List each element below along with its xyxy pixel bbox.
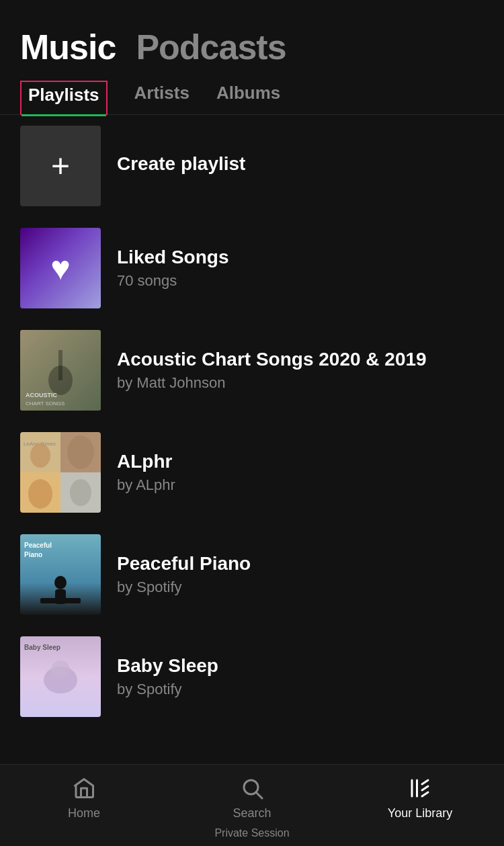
music-tab-header[interactable]: Music [20,27,116,67]
library-icon [406,774,434,802]
create-playlist-item[interactable]: + Create playlist [0,115,504,217]
alphr-art-4 [60,472,101,513]
baby-sleep-info: Baby Sleep by Spotify [117,655,484,698]
svg-rect-20 [40,598,81,603]
library-label: Your Library [388,806,452,820]
tab-albums[interactable]: Albums [216,83,280,113]
baby-sleep-sub: by Spotify [117,681,484,698]
baby-art-icon: Baby Sleep [20,636,101,717]
peaceful-info: Peaceful Piano by Spotify [117,553,484,596]
svg-line-26 [257,793,262,798]
svg-line-29 [422,780,428,784]
search-label: Search [233,806,271,820]
alphr-art-3 [20,472,60,513]
tab-playlists[interactable]: Playlists [20,81,108,115]
create-playlist-name: Create playlist [117,153,484,175]
alphr-item[interactable]: LeAnn Rimes ALphr by ALphr [0,421,504,523]
liked-songs-name: Liked Songs [117,247,484,268]
create-playlist-thumb: + [20,126,101,206]
heart-icon: ♥ [50,249,71,288]
home-icon [70,774,98,802]
svg-text:Peaceful: Peaceful [24,542,52,549]
alphr-sub: by ALphr [117,476,484,494]
baby-sleep-item[interactable]: Baby Sleep Baby Sleep by Spotify [0,626,504,728]
svg-point-24 [51,661,70,679]
podcasts-tab-header[interactable]: Podcasts [136,27,286,67]
tab-artists[interactable]: Artists [134,83,190,113]
svg-line-31 [422,792,428,796]
playlist-list: + Create playlist ♥ Liked Songs 70 songs [0,115,504,808]
svg-text:CHART SONGS: CHART SONGS [26,400,65,407]
acoustic-info: Acoustic Chart Songs 2020 & 2019 by Matt… [117,349,484,392]
acoustic-name: Acoustic Chart Songs 2020 & 2019 [117,349,484,370]
peaceful-sub: by Spotify [117,579,484,596]
nav-items: Home Search Your Library [0,765,504,824]
svg-text:Piano: Piano [24,551,42,558]
svg-text:Baby Sleep: Baby Sleep [24,644,60,651]
nav-library[interactable]: Your Library [366,774,474,820]
svg-point-18 [54,576,67,589]
peaceful-art-icon: Peaceful Piano [20,534,101,615]
liked-songs-info: Liked Songs 70 songs [117,247,484,290]
create-playlist-info: Create playlist [117,153,484,179]
peaceful-thumb: Peaceful Piano [20,534,101,615]
svg-line-30 [422,786,428,790]
acoustic-thumb-img: ACOUSTIC CHART SONGS [20,330,101,411]
alphr-art-1: LeAnn Rimes [20,432,60,472]
alphr-name: ALphr [117,451,484,472]
alphr-info: ALphr by ALphr [117,451,484,494]
svg-point-10 [67,435,94,469]
baby-sleep-name: Baby Sleep [117,655,484,677]
private-session-label: Private Session [0,824,504,846]
svg-point-14 [70,479,91,506]
liked-songs-sub: 70 songs [117,272,484,290]
svg-point-12 [28,479,52,509]
header: Music Podcasts [0,0,504,74]
svg-rect-3 [58,350,62,380]
nav-home[interactable]: Home [30,774,138,820]
alphr-grid-art: LeAnn Rimes [20,432,101,513]
peaceful-name: Peaceful Piano [117,553,484,575]
search-icon [238,774,266,802]
peaceful-piano-item[interactable]: Peaceful Piano Peaceful Piano by Spotify [0,523,504,626]
library-tabs: Playlists Artists Albums [0,74,504,115]
alphr-thumb: LeAnn Rimes [20,432,101,513]
acoustic-item[interactable]: ACOUSTIC CHART SONGS Acoustic Chart Song… [0,319,504,421]
alphr-art-2 [60,432,101,472]
acoustic-art-icon: ACOUSTIC CHART SONGS [20,330,101,411]
liked-songs-item[interactable]: ♥ Liked Songs 70 songs [0,217,504,319]
svg-text:ACOUSTIC: ACOUSTIC [26,392,58,398]
bottom-nav: Home Search Your Library [0,764,504,846]
liked-songs-thumb: ♥ [20,228,101,308]
acoustic-thumb: ACOUSTIC CHART SONGS [20,330,101,411]
home-label: Home [68,806,100,820]
plus-icon: + [51,150,70,182]
baby-thumb: Baby Sleep [20,636,101,717]
svg-point-8 [30,443,50,468]
acoustic-sub: by Matt Johnson [117,374,484,392]
nav-search[interactable]: Search [198,774,306,820]
